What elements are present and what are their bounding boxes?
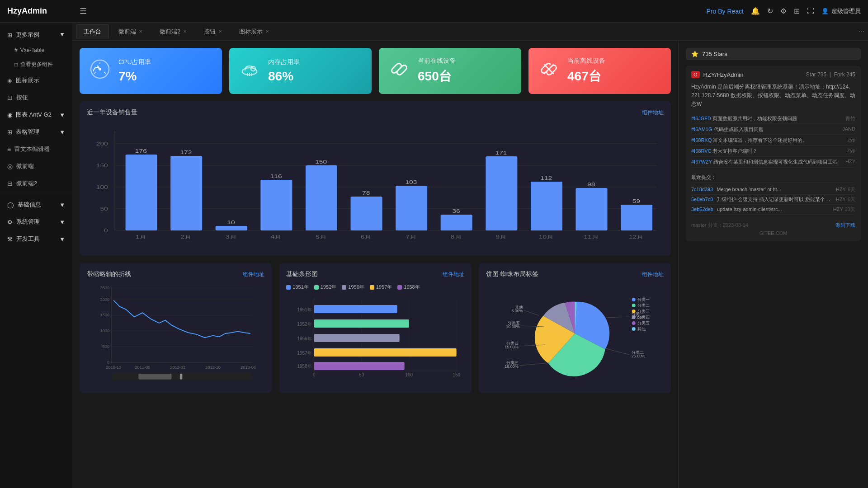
svg-text:其他: 其他 [637,327,645,331]
button-icon: ⊡ [7,94,13,101]
pie-chart-header: 饼图-蜘蛛布局标签 组件地址 [486,270,664,278]
tab-close-icon4[interactable]: ✕ [265,29,269,34]
tab-close-icon2[interactable]: ✕ [183,29,187,34]
svg-text:50: 50 [359,372,364,377]
notification-icon[interactable]: 🔔 [751,7,760,15]
layout-icon[interactable]: ⊞ [794,7,800,15]
tab-icon-display[interactable]: 图标展示 ✕ [231,24,277,39]
svg-rect-32 [441,215,472,230]
sidebar-item-chart-antv[interactable]: ◉ 图表 AntV G2 ▼ [0,106,72,123]
commit-item-1: 7c18d393 Merge branch 'master' of ht... … [691,185,855,195]
submenu-more-examples: # Vxe-Table □ 查看更多组件 [0,43,72,72]
commit-item-3: 3eb52deb update hzy-admin-client/src... … [691,205,855,215]
svg-text:1958年: 1958年 [297,364,312,369]
svg-text:1951年: 1951年 [297,307,312,312]
svg-text:100: 100 [96,185,108,190]
sidebar-item-more-examples[interactable]: ⊞ 更多示例 ▲ [0,26,72,43]
tab-close-icon3[interactable]: ✕ [218,29,222,34]
refresh-icon[interactable]: ↻ [767,7,773,15]
pie-chart-section: 饼图-蜘蛛布局标签 组件地址 [479,263,671,393]
download-link[interactable]: 源码下载 [835,222,855,229]
svg-text:0: 0 [104,228,108,233]
svg-text:6月: 6月 [361,235,372,239]
hbar-chart-link[interactable]: 组件地址 [443,271,464,278]
svg-rect-20 [170,156,202,230]
tab-micro-frontend2[interactable]: 微前端2 ✕ [152,24,194,39]
sidebar-item-icon-display[interactable]: ◈ 图标展示 [0,72,72,89]
stat-info-online: 当前在线设备 650台 [418,57,456,85]
sidebar-item-micro-frontend[interactable]: ◎ 微前端 [0,158,72,175]
stat-value-online: 650台 [418,68,456,85]
svg-rect-36 [531,182,562,230]
gitee-stats: Star 735 | Fork 245 [806,71,855,78]
svg-point-116 [632,304,635,307]
sidebar-item-button[interactable]: ⊡ 按钮 [0,89,72,106]
tools-icon: ⚒ [7,236,13,243]
svg-rect-75 [180,374,183,380]
sidebar: HzyAdmin ⊞ 更多示例 ▲ # Vxe-Table □ 查看更多组件 ◈ [0,0,72,488]
svg-text:59: 59 [632,199,640,204]
tab-micro-frontend[interactable]: 微前端 ✕ [111,24,150,39]
bar-chart-link[interactable]: 组件地址 [642,109,664,117]
star-icon: ⭐ [691,51,698,57]
svg-rect-94 [314,348,457,357]
svg-text:200: 200 [96,141,108,146]
stat-card-offline: 当前离线设备 467台 [528,48,671,94]
pie-chart-title: 饼图-蜘蛛布局标签 [486,270,539,278]
star-count: Star 735 [806,71,826,78]
line-chart-link[interactable]: 组件地址 [243,271,264,278]
svg-text:98: 98 [587,182,595,187]
stars-count: 735 Stars [702,51,727,57]
circle-icon: ◎ [7,163,13,170]
line-chart-header: 带缩略轴的折线 组件地址 [87,270,264,278]
sidebar-item-dev-tools[interactable]: ⚒ 开发工具 ▼ [0,230,72,248]
sidebar-item-basic-info[interactable]: ◯ 基础信息 ▼ [0,196,72,213]
legend-dot-1951 [286,285,291,290]
fullscreen-icon[interactable]: ⛶ [807,7,814,15]
stat-value-offline: 467台 [567,68,605,85]
user-menu[interactable]: 👤 超级管理员 [821,7,861,15]
fork-count: Fork 245 [834,71,855,78]
bar-chart-section: 近一年设备销售量 组件地址 [80,101,671,256]
svg-text:10月: 10月 [539,235,554,239]
svg-rect-26 [306,165,337,230]
hbar-chart-section: 基础条形图 组件地址 1951年 1952年 [279,263,471,393]
sidebar-item-vxe-table[interactable]: # Vxe-Table [0,43,72,57]
table-icon: ⊞ [7,129,12,136]
tab-workbench[interactable]: 工作台 [76,24,109,39]
svg-rect-18 [126,155,157,230]
svg-text:150: 150 [453,372,461,377]
bottom-charts: 带缩略轴的折线 组件地址 [80,263,671,400]
sidebar-item-table-manage[interactable]: ⊞ 表格管理 ▼ [0,123,72,141]
pie-chart-link[interactable]: 组件地址 [642,271,664,278]
svg-text:172: 172 [180,150,192,155]
sidebar-item-micro-frontend2[interactable]: ⊟ 微前端2 [0,175,72,192]
right-panel: ⭐ 735 Stars G HZY/HzyAdmin Star 735 | [678,41,868,488]
stat-info-cpu: CPU占用率 7% [118,58,151,84]
settings-icon[interactable]: ⚙ [780,7,787,15]
legend-dot-1956 [342,285,346,290]
sidebar-item-system-manage[interactable]: ⚙ 系统管理 ▼ [0,213,72,230]
hbar-chart-title: 基础条形图 [286,270,318,278]
chart-icon: ◉ [7,112,12,118]
svg-text:25.00%: 25.00% [631,354,645,358]
sidebar-item-rich-text[interactable]: ≡ 富文本编辑器 [0,141,72,158]
bar-chart-header: 近一年设备销售量 组件地址 [87,108,664,117]
tab-button[interactable]: 按钮 ✕ [196,24,230,39]
menu-toggle-button[interactable]: ☰ [80,6,87,16]
legend-1958: 1958年 [397,284,420,291]
tab-close-icon[interactable]: ✕ [139,29,142,34]
tab-more-button[interactable]: ⋯ [859,28,864,35]
svg-text:2000: 2000 [100,297,109,302]
svg-text:50: 50 [100,206,108,211]
diamond-icon: ◈ [7,77,12,84]
content-area: CPU占用率 7% [72,41,868,488]
svg-text:1月: 1月 [136,235,146,239]
svg-text:2012-02: 2012-02 [170,365,185,370]
branch-info: master 分支：2023-03-14 [691,222,748,229]
gitee-repo: G HZY/HzyAdmin [691,71,743,78]
stat-card-online: 当前在线设备 650台 [379,48,521,94]
svg-text:分类四: 分类四 [637,315,649,319]
svg-text:2011-06: 2011-06 [135,365,151,370]
sidebar-item-more-components[interactable]: □ 查看更多组件 [0,57,72,72]
